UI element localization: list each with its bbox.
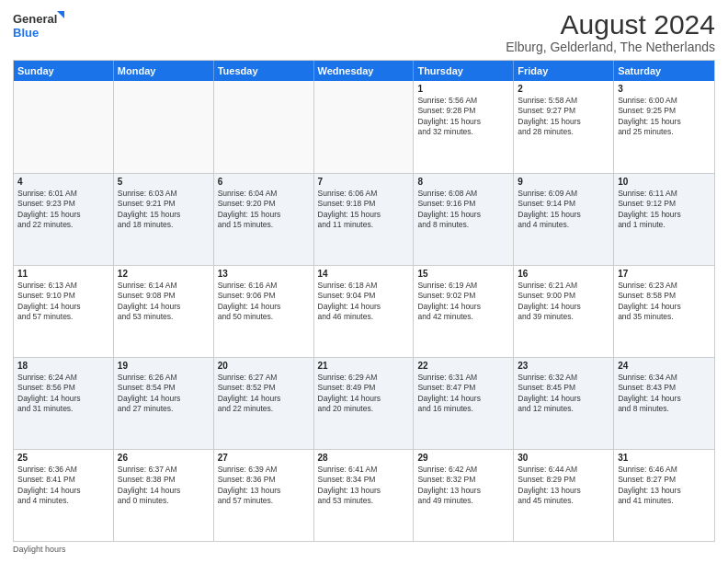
day-info: Sunrise: 6:32 AM Sunset: 8:45 PM Dayligh… [518,373,609,415]
day-number: 4 [17,177,109,187]
day-info: Sunrise: 6:44 AM Sunset: 8:29 PM Dayligh… [518,465,609,507]
day-number: 14 [318,269,410,279]
calendar-cell-w1-d2: 6Sunrise: 6:04 AM Sunset: 9:20 PM Daylig… [214,174,314,265]
day-number: 3 [618,84,711,94]
day-info: Sunrise: 6:21 AM Sunset: 9:00 PM Dayligh… [518,281,609,323]
day-number: 20 [218,361,310,371]
day-info: Sunrise: 6:42 AM Sunset: 8:32 PM Dayligh… [417,465,509,507]
day-number: 31 [618,453,711,463]
calendar-cell-w4-d2: 27Sunrise: 6:39 AM Sunset: 8:36 PM Dayli… [214,450,314,541]
day-number: 29 [417,453,509,463]
calendar-cell-w0-d1 [114,81,214,173]
day-info: Sunrise: 6:29 AM Sunset: 8:49 PM Dayligh… [318,373,410,415]
day-number: 7 [318,177,410,187]
day-info: Sunrise: 6:03 AM Sunset: 9:21 PM Dayligh… [118,189,210,231]
day-info: Sunrise: 6:26 AM Sunset: 8:54 PM Dayligh… [118,373,210,415]
day-info: Sunrise: 5:56 AM Sunset: 9:28 PM Dayligh… [417,96,509,138]
day-info: Sunrise: 6:24 AM Sunset: 8:56 PM Dayligh… [17,373,109,415]
calendar-cell-w2-d1: 12Sunrise: 6:14 AM Sunset: 9:08 PM Dayli… [114,266,214,357]
calendar-cell-w1-d1: 5Sunrise: 6:03 AM Sunset: 9:21 PM Daylig… [114,174,214,265]
day-info: Sunrise: 6:23 AM Sunset: 8:58 PM Dayligh… [618,281,711,323]
calendar-cell-w3-d3: 21Sunrise: 6:29 AM Sunset: 8:49 PM Dayli… [314,358,415,449]
calendar-row-3: 18Sunrise: 6:24 AM Sunset: 8:56 PM Dayli… [14,357,714,449]
calendar-cell-w1-d4: 8Sunrise: 6:08 AM Sunset: 9:16 PM Daylig… [414,174,514,265]
day-number: 17 [618,269,711,279]
month-year: August 2024 [506,9,715,40]
day-info: Sunrise: 6:06 AM Sunset: 9:18 PM Dayligh… [318,189,410,231]
calendar-row-0: 1Sunrise: 5:56 AM Sunset: 9:28 PM Daylig… [14,81,714,173]
calendar-cell-w3-d6: 24Sunrise: 6:34 AM Sunset: 8:43 PM Dayli… [614,358,714,449]
calendar-cell-w4-d3: 28Sunrise: 6:41 AM Sunset: 8:34 PM Dayli… [314,450,415,541]
day-number: 9 [518,177,609,187]
logo: General Blue [13,9,68,40]
day-info: Sunrise: 6:41 AM Sunset: 8:34 PM Dayligh… [318,465,410,507]
calendar-cell-w4-d4: 29Sunrise: 6:42 AM Sunset: 8:32 PM Dayli… [414,450,514,541]
calendar-cell-w1-d6: 10Sunrise: 6:11 AM Sunset: 9:12 PM Dayli… [614,174,714,265]
day-info: Sunrise: 6:18 AM Sunset: 9:04 PM Dayligh… [318,281,410,323]
calendar-cell-w0-d3 [314,81,415,173]
day-number: 30 [518,453,609,463]
day-info: Sunrise: 6:19 AM Sunset: 9:02 PM Dayligh… [417,281,509,323]
day-number: 18 [17,361,109,371]
calendar-cell-w3-d5: 23Sunrise: 6:32 AM Sunset: 8:45 PM Dayli… [514,358,614,449]
day-number: 11 [17,269,109,279]
day-info: Sunrise: 6:13 AM Sunset: 9:10 PM Dayligh… [17,281,109,323]
day-info: Sunrise: 6:11 AM Sunset: 9:12 PM Dayligh… [618,189,711,231]
day-info: Sunrise: 6:08 AM Sunset: 9:16 PM Dayligh… [417,189,509,231]
day-number: 23 [518,361,609,371]
day-number: 21 [318,361,410,371]
calendar-cell-w1-d0: 4Sunrise: 6:01 AM Sunset: 9:23 PM Daylig… [14,174,114,265]
calendar-row-2: 11Sunrise: 6:13 AM Sunset: 9:10 PM Dayli… [14,265,714,357]
calendar-cell-w2-d4: 15Sunrise: 6:19 AM Sunset: 9:02 PM Dayli… [414,266,514,357]
svg-text:Blue: Blue [13,26,39,40]
day-info: Sunrise: 6:46 AM Sunset: 8:27 PM Dayligh… [618,465,711,507]
day-number: 22 [417,361,509,371]
day-number: 26 [118,453,210,463]
day-number: 19 [118,361,210,371]
location: Elburg, Gelderland, The Netherlands [506,40,715,54]
calendar-cell-w1-d5: 9Sunrise: 6:09 AM Sunset: 9:14 PM Daylig… [514,174,614,265]
calendar-cell-w3-d0: 18Sunrise: 6:24 AM Sunset: 8:56 PM Dayli… [14,358,114,449]
day-number: 24 [618,361,711,371]
svg-text:General: General [13,12,57,26]
day-info: Sunrise: 5:58 AM Sunset: 9:27 PM Dayligh… [518,96,609,138]
footer-note: Daylight hours [13,545,715,554]
calendar-cell-w0-d6: 3Sunrise: 6:00 AM Sunset: 9:25 PM Daylig… [614,81,714,173]
header-monday: Monday [114,61,214,81]
day-info: Sunrise: 6:01 AM Sunset: 9:23 PM Dayligh… [17,189,109,231]
header-thursday: Thursday [414,61,514,81]
calendar-cell-w0-d0 [14,81,114,173]
header-friday: Friday [514,61,614,81]
day-info: Sunrise: 6:14 AM Sunset: 9:08 PM Dayligh… [118,281,210,323]
calendar-cell-w3-d1: 19Sunrise: 6:26 AM Sunset: 8:54 PM Dayli… [114,358,214,449]
day-number: 8 [417,177,509,187]
calendar-cell-w2-d5: 16Sunrise: 6:21 AM Sunset: 9:00 PM Dayli… [514,266,614,357]
calendar-cell-w2-d3: 14Sunrise: 6:18 AM Sunset: 9:04 PM Dayli… [314,266,415,357]
calendar-cell-w4-d0: 25Sunrise: 6:36 AM Sunset: 8:41 PM Dayli… [14,450,114,541]
calendar-cell-w1-d3: 7Sunrise: 6:06 AM Sunset: 9:18 PM Daylig… [314,174,415,265]
calendar-cell-w2-d6: 17Sunrise: 6:23 AM Sunset: 8:58 PM Dayli… [614,266,714,357]
calendar-header: Sunday Monday Tuesday Wednesday Thursday… [14,61,714,81]
header-sunday: Sunday [14,61,114,81]
day-number: 5 [118,177,210,187]
calendar-cell-w4-d1: 26Sunrise: 6:37 AM Sunset: 8:38 PM Dayli… [114,450,214,541]
calendar-body: 1Sunrise: 5:56 AM Sunset: 9:28 PM Daylig… [14,81,714,541]
day-info: Sunrise: 6:34 AM Sunset: 8:43 PM Dayligh… [618,373,711,415]
day-info: Sunrise: 6:09 AM Sunset: 9:14 PM Dayligh… [518,189,609,231]
calendar-cell-w0-d2 [214,81,314,173]
day-info: Sunrise: 6:36 AM Sunset: 8:41 PM Dayligh… [17,465,109,507]
header-saturday: Saturday [614,61,714,81]
header-wednesday: Wednesday [314,61,415,81]
page: General Blue August 2024 Elburg, Gelderl… [0,0,728,563]
day-number: 10 [618,177,711,187]
title-area: August 2024 Elburg, Gelderland, The Neth… [506,9,715,54]
calendar-cell-w4-d5: 30Sunrise: 6:44 AM Sunset: 8:29 PM Dayli… [514,450,614,541]
day-info: Sunrise: 6:27 AM Sunset: 8:52 PM Dayligh… [218,373,310,415]
day-number: 28 [318,453,410,463]
svg-marker-2 [57,11,64,18]
logo-svg: General Blue [13,9,68,40]
calendar-cell-w2-d2: 13Sunrise: 6:16 AM Sunset: 9:06 PM Dayli… [214,266,314,357]
calendar-cell-w2-d0: 11Sunrise: 6:13 AM Sunset: 9:10 PM Dayli… [14,266,114,357]
day-number: 13 [218,269,310,279]
day-info: Sunrise: 6:37 AM Sunset: 8:38 PM Dayligh… [118,465,210,507]
